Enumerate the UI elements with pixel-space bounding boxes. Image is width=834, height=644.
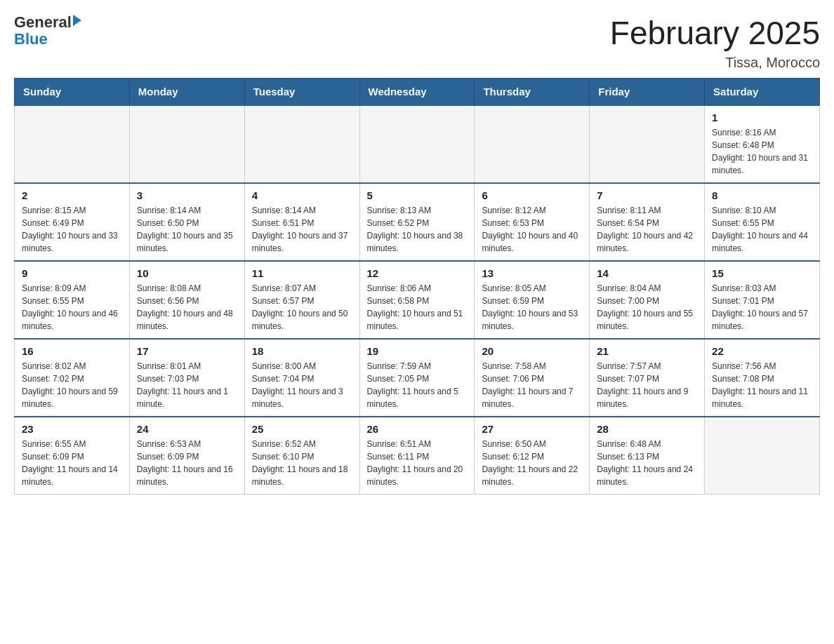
day-number: 9	[22, 267, 122, 279]
day-header-thursday: Thursday	[475, 79, 590, 106]
day-number: 17	[137, 345, 237, 357]
calendar-table: SundayMondayTuesdayWednesdayThursdayFrid…	[14, 78, 820, 495]
day-header-wednesday: Wednesday	[359, 79, 475, 106]
day-info: Sunrise: 8:05 AMSunset: 6:59 PMDaylight:…	[482, 282, 582, 333]
day-info: Sunrise: 6:52 AMSunset: 6:10 PMDaylight:…	[252, 438, 352, 488]
day-number: 24	[137, 423, 237, 435]
calendar-cell: 4Sunrise: 8:14 AMSunset: 6:51 PMDaylight…	[244, 183, 359, 261]
day-info: Sunrise: 8:04 AMSunset: 7:00 PMDaylight:…	[597, 282, 697, 333]
calendar-cell: 11Sunrise: 8:07 AMSunset: 6:57 PMDayligh…	[244, 261, 359, 339]
calendar-cell: 26Sunrise: 6:51 AMSunset: 6:11 PMDayligh…	[359, 417, 475, 495]
calendar-cell	[15, 105, 130, 183]
week-row-4: 16Sunrise: 8:02 AMSunset: 7:02 PMDayligh…	[15, 339, 820, 417]
week-row-5: 23Sunrise: 6:55 AMSunset: 6:09 PMDayligh…	[15, 417, 820, 495]
day-number: 7	[597, 189, 697, 201]
day-info: Sunrise: 8:09 AMSunset: 6:55 PMDaylight:…	[22, 282, 122, 333]
logo: General Blue	[14, 14, 81, 48]
day-number: 18	[252, 345, 352, 357]
day-info: Sunrise: 8:14 AMSunset: 6:51 PMDaylight:…	[252, 204, 352, 255]
day-header-saturday: Saturday	[705, 79, 820, 106]
day-info: Sunrise: 8:15 AMSunset: 6:49 PMDaylight:…	[22, 204, 122, 255]
calendar-cell: 25Sunrise: 6:52 AMSunset: 6:10 PMDayligh…	[244, 417, 359, 495]
title-section: February 2025 Tissa, Morocco	[610, 14, 820, 71]
day-info: Sunrise: 8:06 AMSunset: 6:58 PMDaylight:…	[367, 282, 468, 333]
day-number: 5	[367, 189, 468, 201]
day-number: 19	[367, 345, 468, 357]
day-info: Sunrise: 6:53 AMSunset: 6:09 PMDaylight:…	[137, 438, 237, 488]
calendar-cell: 5Sunrise: 8:13 AMSunset: 6:52 PMDaylight…	[359, 183, 475, 261]
calendar-cell	[705, 417, 820, 495]
day-number: 26	[367, 423, 468, 435]
day-info: Sunrise: 8:16 AMSunset: 6:48 PMDaylight:…	[712, 126, 812, 177]
week-row-2: 2Sunrise: 8:15 AMSunset: 6:49 PMDaylight…	[15, 183, 820, 261]
day-info: Sunrise: 8:01 AMSunset: 7:03 PMDaylight:…	[137, 360, 237, 410]
calendar-title: February 2025	[610, 14, 820, 52]
calendar-cell	[475, 105, 590, 183]
day-number: 27	[482, 423, 582, 435]
calendar-cell: 6Sunrise: 8:12 AMSunset: 6:53 PMDaylight…	[475, 183, 590, 261]
logo-blue: Blue	[14, 31, 81, 48]
page-header: General Blue February 2025 Tissa, Morocc…	[14, 14, 820, 71]
day-info: Sunrise: 6:50 AMSunset: 6:12 PMDaylight:…	[482, 438, 582, 488]
day-header-tuesday: Tuesday	[244, 79, 359, 106]
calendar-cell: 3Sunrise: 8:14 AMSunset: 6:50 PMDaylight…	[129, 183, 244, 261]
day-info: Sunrise: 8:08 AMSunset: 6:56 PMDaylight:…	[137, 282, 237, 333]
calendar-cell	[590, 105, 705, 183]
day-info: Sunrise: 6:48 AMSunset: 6:13 PMDaylight:…	[597, 438, 697, 488]
calendar-cell	[244, 105, 359, 183]
day-number: 2	[22, 189, 122, 201]
day-number: 3	[137, 189, 237, 201]
calendar-cell: 23Sunrise: 6:55 AMSunset: 6:09 PMDayligh…	[15, 417, 130, 495]
day-info: Sunrise: 6:51 AMSunset: 6:11 PMDaylight:…	[367, 438, 468, 488]
calendar-cell: 10Sunrise: 8:08 AMSunset: 6:56 PMDayligh…	[129, 261, 244, 339]
week-row-3: 9Sunrise: 8:09 AMSunset: 6:55 PMDaylight…	[15, 261, 820, 339]
header-row: SundayMondayTuesdayWednesdayThursdayFrid…	[15, 79, 820, 106]
calendar-cell: 8Sunrise: 8:10 AMSunset: 6:55 PMDaylight…	[705, 183, 820, 261]
day-number: 22	[712, 345, 812, 357]
day-info: Sunrise: 7:56 AMSunset: 7:08 PMDaylight:…	[712, 360, 812, 410]
calendar-cell: 15Sunrise: 8:03 AMSunset: 7:01 PMDayligh…	[705, 261, 820, 339]
day-number: 10	[137, 267, 237, 279]
calendar-cell: 21Sunrise: 7:57 AMSunset: 7:07 PMDayligh…	[590, 339, 705, 417]
day-info: Sunrise: 7:59 AMSunset: 7:05 PMDaylight:…	[367, 360, 468, 410]
day-info: Sunrise: 7:58 AMSunset: 7:06 PMDaylight:…	[482, 360, 582, 410]
day-info: Sunrise: 8:11 AMSunset: 6:54 PMDaylight:…	[597, 204, 697, 255]
day-header-monday: Monday	[129, 79, 244, 106]
day-info: Sunrise: 6:55 AMSunset: 6:09 PMDaylight:…	[22, 438, 122, 488]
day-number: 12	[367, 267, 468, 279]
calendar-cell: 22Sunrise: 7:56 AMSunset: 7:08 PMDayligh…	[705, 339, 820, 417]
calendar-cell: 24Sunrise: 6:53 AMSunset: 6:09 PMDayligh…	[129, 417, 244, 495]
calendar-cell: 9Sunrise: 8:09 AMSunset: 6:55 PMDaylight…	[15, 261, 130, 339]
calendar-cell: 1Sunrise: 8:16 AMSunset: 6:48 PMDaylight…	[705, 105, 820, 183]
day-info: Sunrise: 8:10 AMSunset: 6:55 PMDaylight:…	[712, 204, 812, 255]
day-info: Sunrise: 8:14 AMSunset: 6:50 PMDaylight:…	[137, 204, 237, 255]
calendar-cell: 28Sunrise: 6:48 AMSunset: 6:13 PMDayligh…	[590, 417, 705, 495]
calendar-cell: 19Sunrise: 7:59 AMSunset: 7:05 PMDayligh…	[359, 339, 475, 417]
day-number: 1	[712, 112, 812, 123]
week-row-1: 1Sunrise: 8:16 AMSunset: 6:48 PMDaylight…	[15, 105, 820, 183]
day-number: 21	[597, 345, 697, 357]
day-header-friday: Friday	[590, 79, 705, 106]
day-number: 11	[252, 267, 352, 279]
day-info: Sunrise: 8:07 AMSunset: 6:57 PMDaylight:…	[252, 282, 352, 333]
day-info: Sunrise: 8:03 AMSunset: 7:01 PMDaylight:…	[712, 282, 812, 333]
calendar-cell	[359, 105, 475, 183]
logo-general: General	[14, 14, 72, 31]
day-number: 8	[712, 189, 812, 201]
day-number: 16	[22, 345, 122, 357]
day-number: 25	[252, 423, 352, 435]
calendar-cell: 14Sunrise: 8:04 AMSunset: 7:00 PMDayligh…	[590, 261, 705, 339]
calendar-cell: 13Sunrise: 8:05 AMSunset: 6:59 PMDayligh…	[475, 261, 590, 339]
day-info: Sunrise: 8:13 AMSunset: 6:52 PMDaylight:…	[367, 204, 468, 255]
calendar-cell: 12Sunrise: 8:06 AMSunset: 6:58 PMDayligh…	[359, 261, 475, 339]
day-info: Sunrise: 8:00 AMSunset: 7:04 PMDaylight:…	[252, 360, 352, 410]
day-number: 6	[482, 189, 582, 201]
calendar-cell: 18Sunrise: 8:00 AMSunset: 7:04 PMDayligh…	[244, 339, 359, 417]
day-info: Sunrise: 7:57 AMSunset: 7:07 PMDaylight:…	[597, 360, 697, 410]
calendar-cell	[129, 105, 244, 183]
day-number: 14	[597, 267, 697, 279]
day-number: 28	[597, 423, 697, 435]
calendar-subtitle: Tissa, Morocco	[610, 55, 820, 71]
calendar-cell: 16Sunrise: 8:02 AMSunset: 7:02 PMDayligh…	[15, 339, 130, 417]
day-info: Sunrise: 8:02 AMSunset: 7:02 PMDaylight:…	[22, 360, 122, 410]
